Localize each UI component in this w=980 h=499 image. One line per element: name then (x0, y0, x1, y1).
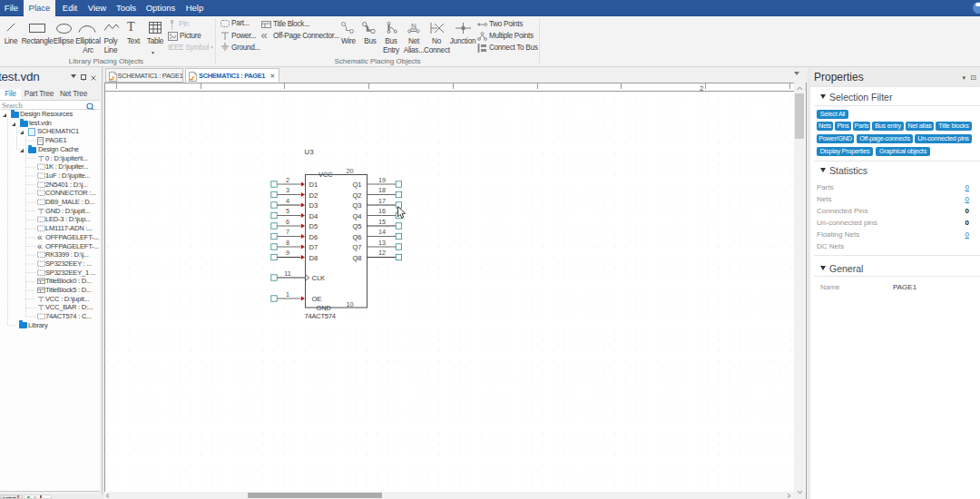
svg-text:16: 16 (378, 207, 386, 215)
svg-text:D3: D3 (309, 201, 318, 210)
svg-text:8: 8 (286, 239, 289, 247)
svg-text:2: 2 (286, 176, 289, 184)
svg-text:5: 5 (286, 207, 289, 215)
svg-text:15: 15 (378, 218, 386, 226)
svg-text:6: 6 (286, 218, 289, 226)
svg-text:7: 7 (286, 228, 289, 236)
svg-text:18: 18 (378, 186, 386, 194)
svg-text:Q3: Q3 (353, 201, 362, 210)
svg-text:19: 19 (378, 176, 386, 184)
svg-text:Q1: Q1 (353, 181, 362, 189)
svg-text:Q2: Q2 (353, 191, 362, 200)
svg-text:1: 1 (286, 290, 289, 298)
svg-text:GND: GND (317, 304, 331, 312)
svg-text:D4: D4 (309, 212, 318, 220)
svg-text:74ACT574: 74ACT574 (305, 312, 336, 320)
svg-text:U3: U3 (305, 148, 314, 156)
svg-text:4: 4 (286, 197, 289, 205)
svg-text:CLK: CLK (312, 274, 326, 282)
svg-text:14: 14 (378, 228, 386, 236)
svg-text:Q8: Q8 (353, 254, 362, 262)
svg-text:D8: D8 (309, 254, 318, 262)
svg-text:13: 13 (378, 239, 386, 247)
svg-text:Q4: Q4 (353, 212, 362, 220)
svg-text:D5: D5 (309, 222, 318, 230)
svg-text:D1: D1 (309, 181, 318, 189)
svg-text:9: 9 (286, 249, 289, 257)
svg-text:D2: D2 (309, 191, 318, 200)
svg-text:D6: D6 (309, 233, 318, 241)
svg-text:D7: D7 (309, 243, 318, 251)
svg-text:Q6: Q6 (353, 233, 362, 241)
svg-text:3: 3 (286, 186, 289, 194)
svg-text:20: 20 (347, 167, 354, 175)
svg-text:Q5: Q5 (353, 222, 362, 230)
svg-text:10: 10 (347, 300, 354, 308)
svg-text:Q7: Q7 (353, 243, 362, 251)
svg-text:VCC: VCC (318, 171, 333, 179)
svg-text:17: 17 (378, 197, 386, 205)
svg-text:11: 11 (284, 269, 290, 278)
svg-text:12: 12 (378, 249, 386, 257)
svg-text:OE: OE (312, 295, 322, 303)
